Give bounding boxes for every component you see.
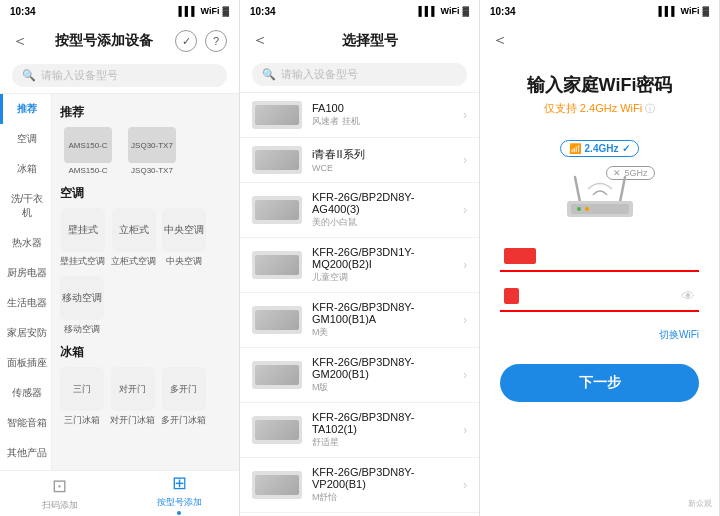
main-content-1: 推荐 AMS150-C AMS150-C JSQ30-TX7 JSQ30-TX7… [52,94,239,470]
panel3-body: 输入家庭WiFi密码 仅支持 2.4GHz WiFi ⓘ 📶 2.4GHz ✓ … [480,57,719,516]
recommended-products: AMS150-C AMS150-C JSQ30-TX7 JSQ30-TX7 [60,127,231,175]
list-item[interactable]: KFR-26G/BP3DN8Y-VP200(B1) M舒怡 › [240,458,479,513]
model-list: FA100 风速者 挂机 › i青春II系列 WCE › KFR-26G/BP2… [240,93,479,516]
ssid-input-row [500,242,699,272]
sidebar-item-panel[interactable]: 面板插座 [0,348,51,378]
list-item[interactable]: KFR-26G/BP3DN8Y-GM200(B1) M版 › [240,348,479,403]
wifi-subtitle: 仅支持 2.4GHz WiFi ⓘ [544,101,655,116]
ac-floor[interactable]: 立柜式 立柜式空调 [111,208,156,268]
time-3: 10:34 [490,6,516,17]
sidebar-item-life[interactable]: 生活电器 [0,288,51,318]
sidebar-item-kitchen[interactable]: 厨房电器 [0,258,51,288]
ac-wall-img: 壁挂式 [61,208,105,252]
switch-wifi-link[interactable]: 切换WiFi [659,328,699,342]
ac-central[interactable]: 中央空调 中央空调 [162,208,206,268]
panel-add-by-model: 10:34 ▌▌▌ WiFi ▓ ＜ 按型号添加设备 ✓ ? 🔍 请输入设备型号… [0,0,240,516]
item-sub-6: 舒适星 [312,436,453,449]
sidebar-item-ac[interactable]: 空调 [0,124,51,154]
section-title-ac: 空调 [60,185,231,202]
sidebar-item-washer[interactable]: 洗/干衣机 [0,184,51,228]
next-button[interactable]: 下一步 [500,364,699,402]
tab-bar-1: ⊡ 扫码添加 ⊞ 按型号添加 [0,470,239,516]
tab-scan[interactable]: ⊡ 扫码添加 [0,475,120,512]
list-item[interactable]: KFR-26G/BP2DN8Y-AG400(3) 美的小白鼠 › [240,183,479,238]
rec-label-2: JSQ30-TX7 [131,166,173,175]
fridge-multi[interactable]: 多开门 多开门冰箱 [161,367,206,427]
back-button-1[interactable]: ＜ [12,31,32,52]
list-item[interactable]: FA100 风速者 挂机 › [240,93,479,138]
watermark: 新众观 [685,497,715,510]
ac-wall-label: 壁挂式空调 [60,255,105,268]
list-item[interactable]: i青春II系列 WCE › [240,138,479,183]
wifi-24g-text: 2.4GHz [585,143,619,154]
back-button-3[interactable]: ＜ [492,30,512,51]
panel1-header: ＜ 按型号添加设备 ✓ ? [0,22,239,58]
list-item[interactable]: KFR-26G/BP3DN1Y-MQ200(B2)I 儿童空调 › [240,238,479,293]
item-img-6 [252,416,302,444]
item-name-0: FA100 [312,102,453,114]
rec-product-1[interactable]: AMS150-C AMS150-C [60,127,116,175]
ac-mobile[interactable]: 移动空调 移动空调 [60,276,104,336]
sidebar: 推荐 空调 冰箱 洗/干衣机 热水器 厨房电器 生活电器 家居安防 面板插座 传… [0,94,52,470]
search-placeholder-1: 请输入设备型号 [41,68,118,83]
info-icon[interactable]: ⓘ [645,102,655,116]
password-input-row: 👁 [500,282,699,312]
rec-product-2[interactable]: JSQ30-TX7 JSQ30-TX7 [124,127,180,175]
list-item[interactable]: KFR-26G/BP3DN8Y-GM100(B1)A M美 › [240,293,479,348]
item-sub-0: 风速者 挂机 [312,115,453,128]
sidebar-item-heater[interactable]: 热水器 [0,228,51,258]
arrow-icon-5: › [463,368,467,382]
search-placeholder-2: 请输入设备型号 [281,67,358,82]
sidebar-item-other[interactable]: 其他产品 [0,438,51,468]
wifi-24g-badge: 📶 2.4GHz ✓ [560,140,640,157]
password-indicator [504,288,519,304]
panel-select-model: 10:34 ▌▌▌ WiFi ▓ ＜ 选择型号 🔍 请输入设备型号 FA100 … [240,0,480,516]
tab-model[interactable]: ⊞ 按型号添加 [120,472,240,515]
status-bar-1: 10:34 ▌▌▌ WiFi ▓ [0,0,239,22]
sidebar-item-sensor[interactable]: 传感器 [0,378,51,408]
item-sub-2: 美的小白鼠 [312,216,453,229]
item-name-5: KFR-26G/BP3DN8Y-GM200(B1) [312,356,453,380]
fridge-3door[interactable]: 三门 三门冰箱 [60,367,104,427]
search-input-wrap-1[interactable]: 🔍 请输入设备型号 [12,64,227,87]
back-button-2[interactable]: ＜ [252,30,272,51]
item-name-2: KFR-26G/BP2DN8Y-AG400(3) [312,191,453,215]
battery-icon-1: ▓ [222,6,229,16]
eye-icon[interactable]: 👁 [681,288,695,304]
search-input-wrap-2[interactable]: 🔍 请输入设备型号 [252,63,467,86]
ac-floor-label: 立柜式空调 [111,255,156,268]
check-icon[interactable]: ✓ [175,30,197,52]
status-bar-2: 10:34 ▌▌▌ WiFi ▓ [240,0,479,22]
panel1-title: 按型号添加设备 [32,32,175,50]
scan-icon: ⊡ [52,475,67,497]
ssid-input[interactable] [542,249,695,263]
router-svg [555,167,645,222]
search-bar-2: 🔍 请输入设备型号 [240,57,479,93]
fridge-side[interactable]: 对开门 对开门冰箱 [110,367,155,427]
password-input[interactable] [525,289,675,303]
fridge-side-label: 对开门冰箱 [110,414,155,427]
item-name-7: KFR-26G/BP3DN8Y-VP200(B1) [312,466,453,490]
list-item[interactable]: KFR-26G/BP3DN8Y-TA102(1) 舒适星 › [240,403,479,458]
sidebar-item-fridge[interactable]: 冰箱 [0,154,51,184]
subtitle-text: 仅支持 2.4GHz WiFi [544,101,642,116]
sidebar-item-recommended[interactable]: 推荐 [0,94,51,124]
battery-icon-3: ▓ [702,6,709,16]
item-sub-4: M美 [312,326,453,339]
ssid-indicator [504,248,536,264]
sidebar-item-speaker[interactable]: 智能音箱 [0,408,51,438]
ac-mobile-img: 移动空调 [60,276,104,320]
rec-label-1: AMS150-C [68,166,107,175]
svg-line-1 [620,177,625,202]
item-sub-5: M版 [312,381,453,394]
ac-floor-img: 立柜式 [112,208,156,252]
sidebar-item-security[interactable]: 家居安防 [0,318,51,348]
item-text-0: FA100 风速者 挂机 [312,102,453,128]
status-bar-3: 10:34 ▌▌▌ WiFi ▓ [480,0,719,22]
arrow-icon-6: › [463,423,467,437]
help-icon[interactable]: ? [205,30,227,52]
svg-line-0 [575,177,580,202]
item-img-1 [252,146,302,174]
ac-wall-mount[interactable]: 壁挂式 壁挂式空调 [60,208,105,268]
item-text-2: KFR-26G/BP2DN8Y-AG400(3) 美的小白鼠 [312,191,453,229]
